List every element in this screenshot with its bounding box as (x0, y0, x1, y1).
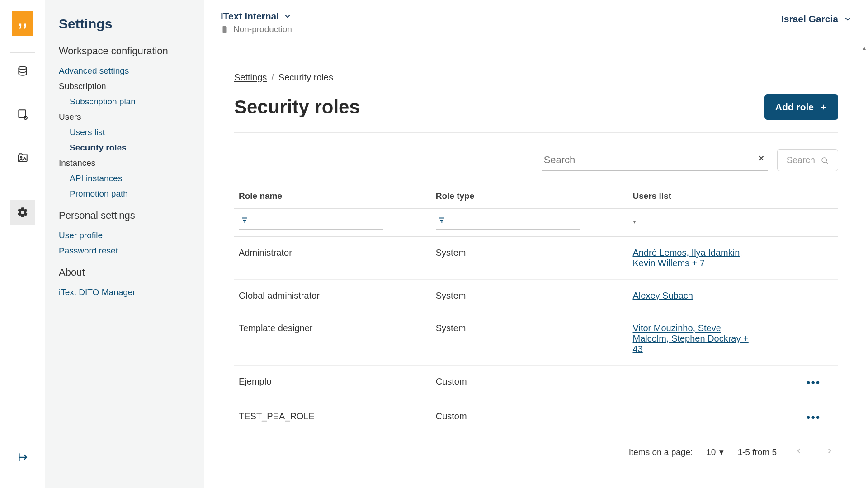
cell-role-name: Administrator (234, 237, 431, 280)
sidebar-group-subscription: Subscription (59, 79, 193, 94)
chevron-down-icon (844, 15, 852, 23)
cell-role-type: Custom (431, 400, 628, 435)
filter-icon (241, 216, 249, 226)
sidebar-link-subscription-plan[interactable]: Subscription plan (59, 94, 193, 109)
table-row[interactable]: Template designerSystemVitor Mouzinho, S… (234, 312, 838, 366)
main-area: iText Internal Non-production Israel Gar… (204, 0, 868, 488)
sidebar-link-users-list[interactable]: Users list (59, 125, 193, 140)
svg-point-3 (20, 156, 22, 158)
page-size-select[interactable]: 10 ▾ (706, 447, 724, 457)
sidebar-link-api-instances[interactable]: API instances (59, 171, 193, 186)
file-icon (221, 25, 229, 33)
nav-data-icon[interactable] (10, 58, 35, 84)
col-role-name[interactable]: Role name (234, 184, 431, 209)
nav-exit-icon[interactable] (10, 445, 35, 470)
rail-divider (10, 194, 35, 194)
cell-actions: ••• (802, 366, 838, 400)
sidebar-link-advanced[interactable]: Advanced settings (59, 63, 193, 79)
sidebar-section-about: About (59, 267, 193, 278)
breadcrumb-current: Security roles (278, 72, 333, 83)
svg-point-4 (822, 158, 827, 163)
cell-users (628, 366, 802, 400)
sidebar-link-security-roles[interactable]: Security roles (59, 140, 193, 155)
page-next-button[interactable] (821, 444, 838, 460)
cell-role-type: Custom (431, 366, 628, 400)
workspace-switcher[interactable]: iText Internal (221, 11, 292, 22)
col-role-type[interactable]: Role type (431, 184, 628, 209)
search-button[interactable]: Search (777, 149, 838, 171)
row-actions-menu[interactable]: ••• (807, 376, 821, 389)
cell-users: André Lemos, Ilya Idamkin, Kevin Willems… (628, 237, 802, 280)
roles-table: Role name Role type Users list (234, 184, 838, 435)
breadcrumb-root[interactable]: Settings (234, 72, 267, 83)
sidebar-title: Settings (59, 16, 193, 32)
cell-users: Vitor Mouzinho, Steve Malcolm, Stephen D… (628, 312, 802, 366)
nav-rail: ,, (0, 0, 45, 488)
filter-role-name-input[interactable] (239, 212, 383, 230)
cell-users: Alexey Subach (628, 280, 802, 312)
row-actions-menu[interactable]: ••• (807, 411, 821, 423)
add-role-button[interactable]: Add role (764, 94, 838, 120)
sidebar-section-workspace: Workspace configuration (59, 45, 193, 57)
cell-users (628, 400, 802, 435)
cell-actions (802, 312, 838, 366)
cell-actions (802, 237, 838, 280)
workspace-name: iText Internal (221, 11, 279, 22)
environment-label: Non-production (221, 24, 292, 34)
table-row[interactable]: TEST_PEA_ROLECustom••• (234, 400, 838, 435)
settings-sidebar: Settings Workspace configuration Advance… (45, 0, 204, 488)
sidebar-link-promotion-path[interactable]: Promotion path (59, 186, 193, 202)
items-per-page-label: Items on a page: (629, 447, 693, 457)
caret-down-icon: ▾ (719, 447, 724, 457)
sidebar-link-password-reset[interactable]: Password reset (59, 243, 193, 258)
filter-role-type-input[interactable] (436, 212, 580, 230)
users-link[interactable]: André Lemos, Ilya Idamkin, Kevin Willems… (633, 248, 760, 268)
search-icon (821, 156, 829, 164)
breadcrumb-separator: / (271, 72, 274, 83)
pagination-range: 1-5 from 5 (737, 447, 777, 457)
cell-role-type: System (431, 237, 628, 280)
search-field (542, 150, 768, 171)
cell-role-type: System (431, 280, 628, 312)
sidebar-link-about[interactable]: iText DITO Manager (59, 285, 193, 300)
cell-role-name: TEST_PEA_ROLE (234, 400, 431, 435)
page-title: Security roles (234, 96, 360, 118)
user-menu[interactable]: Israel Garcia (781, 14, 852, 24)
cell-role-name: Global administrator (234, 280, 431, 312)
nav-config-icon[interactable] (10, 102, 35, 127)
cell-role-name: Template designer (234, 312, 431, 366)
breadcrumb: Settings / Security roles (234, 72, 838, 83)
nav-media-icon[interactable] (10, 145, 35, 170)
top-header: iText Internal Non-production Israel Gar… (204, 0, 868, 45)
cell-actions (802, 280, 838, 312)
search-input[interactable] (542, 150, 768, 171)
rail-divider (10, 52, 35, 53)
filter-icon (438, 216, 446, 226)
users-link[interactable]: Alexey Subach (633, 291, 693, 301)
users-filter-dropdown[interactable]: ▾ (633, 218, 636, 225)
sidebar-section-personal: Personal settings (59, 210, 193, 221)
svg-point-0 (19, 66, 26, 70)
cell-role-type: System (431, 312, 628, 366)
users-link[interactable]: Vitor Mouzinho, Steve Malcolm, Stephen D… (633, 323, 760, 354)
app-logo: ,, (8, 11, 38, 36)
cell-actions: ••• (802, 400, 838, 435)
table-row[interactable]: Global administratorSystemAlexey Subach (234, 280, 838, 312)
col-users-list[interactable]: Users list (628, 184, 802, 209)
chevron-down-icon (283, 12, 292, 20)
page-prev-button[interactable] (790, 444, 807, 460)
sidebar-group-users: Users (59, 109, 193, 125)
nav-settings-icon[interactable] (10, 200, 35, 225)
search-clear-icon[interactable] (757, 154, 765, 164)
sidebar-link-user-profile[interactable]: User profile (59, 228, 193, 243)
content-card: Settings / Security roles Security roles… (221, 54, 852, 474)
filter-row: ▾ (234, 209, 838, 237)
user-name: Israel Garcia (781, 14, 838, 24)
table-row[interactable]: AdministratorSystemAndré Lemos, Ilya Ida… (234, 237, 838, 280)
sidebar-group-instances: Instances (59, 155, 193, 171)
pagination: Items on a page: 10 ▾ 1-5 from 5 (234, 444, 838, 460)
table-row[interactable]: EjemploCustom••• (234, 366, 838, 400)
cell-role-name: Ejemplo (234, 366, 431, 400)
plus-icon (819, 103, 827, 111)
